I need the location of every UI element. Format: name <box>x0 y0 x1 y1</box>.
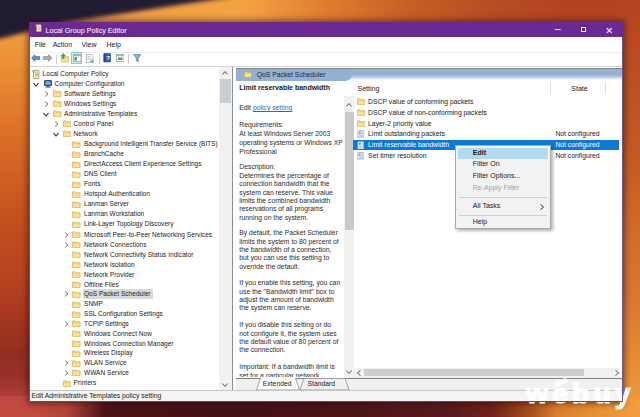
svg-text:?: ? <box>106 55 110 61</box>
